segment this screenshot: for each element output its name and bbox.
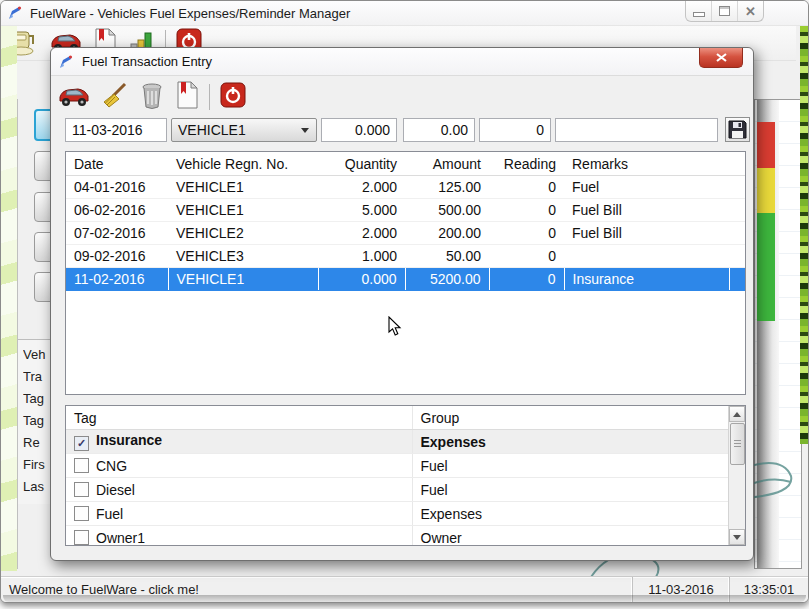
cell: 09-02-2016 [66, 245, 168, 268]
save-button[interactable] [725, 117, 750, 142]
arrow-up-icon [733, 412, 741, 417]
amount-field[interactable] [403, 118, 475, 142]
transaction-row[interactable]: 06-02-2016VEHICLE15.000500.000Fuel Bill [66, 199, 745, 222]
tags-scrollbar[interactable] [728, 406, 745, 545]
cell: ✓Insurance [66, 430, 412, 454]
cell: 0 [489, 199, 564, 222]
floppy-disk-icon [728, 120, 747, 139]
transaction-row[interactable]: 11-02-2016VEHICLE10.0005200.000Insurance [66, 268, 745, 291]
cell: 0 [489, 176, 564, 199]
window-controls: ✕ [685, 1, 764, 22]
trash-icon [139, 81, 165, 109]
cell: 0.000 [318, 268, 405, 291]
minimize-button[interactable] [686, 1, 711, 21]
fuel-transaction-entry-dialog: Fuel Transaction Entry [50, 47, 754, 561]
cell: Fuel [66, 502, 412, 526]
scroll-up-button[interactable] [729, 406, 745, 422]
tag-row[interactable]: ✓InsuranceExpenses [66, 430, 729, 454]
cell [729, 245, 745, 268]
column-header[interactable]: Remarks [564, 152, 729, 176]
report-button[interactable] [175, 81, 199, 112]
cell: 5200.00 [405, 268, 489, 291]
tags-header-row: TagGroup [66, 406, 729, 430]
cell: Fuel Bill [564, 199, 729, 222]
cell: Fuel Bill [564, 222, 729, 245]
cell: VEHICLE1 [168, 268, 318, 291]
power-icon [220, 82, 246, 108]
column-header[interactable]: Vehicle Regn. No. [168, 152, 318, 176]
transactions-table: DateVehicle Regn. No.QuantityAmountReadi… [66, 152, 745, 291]
tag-label: Diesel [96, 482, 135, 498]
cell: 500.00 [405, 199, 489, 222]
cell: VEHICLE1 [168, 199, 318, 222]
transaction-row[interactable]: 04-01-2016VEHICLE12.000125.000Fuel [66, 176, 745, 199]
indicator-green [757, 213, 775, 321]
column-header[interactable]: Quantity [318, 152, 405, 176]
window-bottom-shadow [3, 595, 806, 602]
cell: VEHICLE1 [168, 176, 318, 199]
column-header[interactable] [729, 152, 745, 176]
cell [564, 245, 729, 268]
tag-row[interactable]: CNGFuel [66, 454, 729, 478]
close-icon [716, 53, 727, 62]
column-header[interactable]: Amount [405, 152, 489, 176]
tag-checkbox[interactable]: ✓ [74, 436, 89, 451]
transaction-row[interactable]: 07-02-2016VEHICLE22.000200.000Fuel Bill [66, 222, 745, 245]
tag-checkbox[interactable] [74, 530, 89, 545]
cell: 125.00 [405, 176, 489, 199]
dialog-toolbar [57, 79, 246, 113]
dialog-titlebar: Fuel Transaction Entry [51, 48, 753, 76]
cell [729, 199, 745, 222]
cell: 5.000 [318, 199, 405, 222]
maximize-button[interactable] [711, 1, 737, 21]
clear-button[interactable] [101, 81, 129, 112]
dialog-title: Fuel Transaction Entry [82, 54, 212, 69]
cell: 200.00 [405, 222, 489, 245]
delete-button[interactable] [139, 81, 165, 112]
chevron-down-icon [301, 128, 309, 133]
remarks-field[interactable] [555, 118, 718, 142]
transaction-row[interactable]: 09-02-2016VEHICLE31.00050.000 [66, 245, 745, 268]
tags-panel: TagGroup ✓InsuranceExpensesCNGFuelDiesel… [65, 405, 746, 546]
vehicle-select-value: VEHICLE1 [178, 122, 246, 138]
cell: VEHICLE2 [168, 222, 318, 245]
tag-row[interactable]: Owner1Owner [66, 526, 729, 546]
minimize-icon [693, 12, 705, 17]
cell: CNG [66, 454, 412, 478]
column-header[interactable]: Date [66, 152, 168, 176]
close-entry-button[interactable] [220, 82, 246, 111]
toolbar-separator [209, 84, 210, 110]
cell [729, 222, 745, 245]
cell [729, 176, 745, 199]
column-header[interactable]: Group [412, 406, 729, 430]
app-logo-icon [7, 5, 23, 21]
tag-checkbox[interactable] [74, 506, 89, 521]
add-transaction-button[interactable] [57, 82, 91, 111]
cell: 0 [489, 245, 564, 268]
background-texture-right [800, 26, 809, 444]
tag-label: Insurance [96, 432, 162, 448]
vehicle-select[interactable]: VEHICLE1 [171, 118, 317, 142]
tag-row[interactable]: FuelExpenses [66, 502, 729, 526]
cell: Diesel [66, 478, 412, 502]
scroll-down-button[interactable] [729, 529, 745, 545]
tag-checkbox[interactable] [74, 482, 89, 497]
maximize-icon [719, 6, 730, 16]
column-header[interactable]: Reading [489, 152, 564, 176]
tag-row[interactable]: DieselFuel [66, 478, 729, 502]
cell [729, 268, 745, 291]
cell: VEHICLE3 [168, 245, 318, 268]
cell: 50.00 [405, 245, 489, 268]
close-button[interactable]: ✕ [737, 1, 763, 21]
mouse-cursor [388, 316, 402, 337]
tag-checkbox[interactable] [74, 458, 89, 473]
cell: 06-02-2016 [66, 199, 168, 222]
dialog-close-button[interactable] [699, 48, 743, 68]
column-header[interactable]: Tag [66, 406, 412, 430]
quantity-field[interactable] [321, 118, 397, 142]
screen: FuelWare - Vehicles Fuel Expenses/Remind… [0, 0, 809, 609]
cell: 0 [489, 268, 564, 291]
reading-field[interactable] [479, 118, 551, 142]
date-field[interactable] [65, 118, 167, 142]
scrollbar-thumb[interactable] [730, 423, 745, 465]
